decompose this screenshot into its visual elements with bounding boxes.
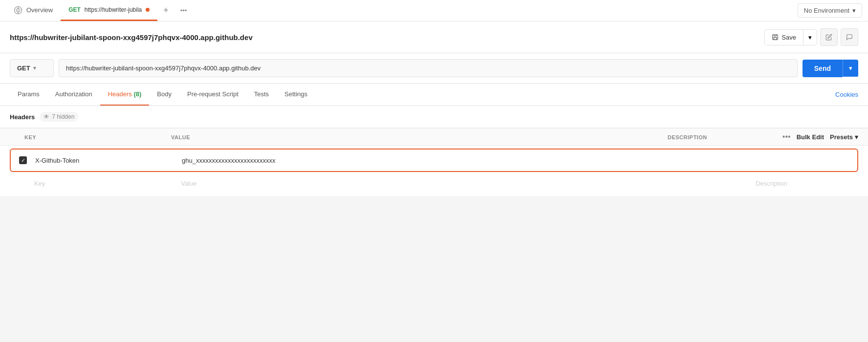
method-selector[interactable]: GET ▾ xyxy=(10,59,54,77)
cookies-link[interactable]: Cookies xyxy=(835,84,858,105)
header-row-2: Key Value Description xyxy=(10,174,858,193)
actions-column-header: ••• Bulk Edit Presets ▾ xyxy=(770,132,868,141)
row-1-value-value: ghu_xxxxxxxxxxxxxxxxxxxxxxxxx xyxy=(182,157,275,164)
header-row-1: X-Github-Token ghu_xxxxxxxxxxxxxxxxxxxxx… xyxy=(10,149,858,172)
key-column-header: KEY xyxy=(24,133,166,141)
url-bar-container: https://hubwriter-jubilant-spoon-xxg4597… xyxy=(0,21,868,53)
send-button[interactable]: Send xyxy=(803,60,843,77)
row-2-check-cell xyxy=(10,177,34,191)
presets-button[interactable]: Presets ▾ xyxy=(830,133,858,141)
tab-request-active[interactable]: GET https://hubwriter-jubila xyxy=(61,0,157,21)
send-arrow-button[interactable]: ▾ xyxy=(843,60,858,77)
row-1-desc-cell[interactable] xyxy=(750,154,857,166)
save-arrow-icon: ▾ xyxy=(808,34,812,41)
environment-selector[interactable]: No Environment ▾ xyxy=(798,3,862,18)
save-icon xyxy=(772,34,779,41)
overview-label: Overview xyxy=(26,6,53,14)
tab-tests[interactable]: Tests xyxy=(246,84,277,106)
header-row-1-container: X-Github-Token ghu_xxxxxxxxxxxxxxxxxxxxx… xyxy=(0,146,868,173)
row-1-checkbox[interactable] xyxy=(19,156,27,164)
tab-overview[interactable]: Overview xyxy=(6,0,61,21)
env-arrow-icon: ▾ xyxy=(852,7,856,14)
request-url-input[interactable] xyxy=(59,59,798,77)
content-area xyxy=(0,196,868,245)
hidden-eye-icon: 👁 xyxy=(43,113,49,120)
column-more-icon[interactable]: ••• xyxy=(782,132,791,141)
method-arrow-icon: ▾ xyxy=(33,65,36,71)
headers-label-row: Headers 👁 7 hidden xyxy=(0,106,868,128)
add-tab-button[interactable]: + xyxy=(157,0,174,21)
save-dropdown-button[interactable]: ▾ xyxy=(803,30,817,45)
tab-params[interactable]: Params xyxy=(10,84,47,106)
comments-icon xyxy=(846,34,853,41)
tabs-list: Params Authorization Headers (8) Body Pr… xyxy=(10,84,315,106)
request-tabs: Params Authorization Headers (8) Body Pr… xyxy=(0,84,868,106)
headers-section: Headers 👁 7 hidden KEY VALUE DESCRIPTION… xyxy=(0,106,868,196)
request-method-label: GET xyxy=(68,6,81,13)
row-1-check-cell xyxy=(11,150,35,171)
row-1-key-value: X-Github-Token xyxy=(35,157,79,164)
row-2-key-placeholder: Key xyxy=(34,180,45,187)
bulk-edit-button[interactable]: Bulk Edit xyxy=(797,133,824,141)
send-arrow-icon: ▾ xyxy=(849,64,852,72)
env-label: No Environment xyxy=(804,7,849,14)
tab-settings[interactable]: Settings xyxy=(277,84,315,106)
url-bar-actions: Save ▾ xyxy=(764,28,858,46)
row-2-value-placeholder: Value xyxy=(181,180,196,187)
row-2-key-cell[interactable]: Key xyxy=(34,174,176,193)
tab-body[interactable]: Body xyxy=(149,84,179,106)
tab-bar: Overview GET https://hubwriter-jubila + … xyxy=(0,0,868,21)
request-title: https://hubwriter-jubilant-spoon-xxg4597… xyxy=(10,33,253,42)
row-1-key-cell[interactable]: X-Github-Token xyxy=(35,151,177,170)
save-label: Save xyxy=(781,34,796,41)
tab-headers[interactable]: Headers (8) xyxy=(100,84,150,106)
row-2-desc-placeholder: Description xyxy=(756,180,787,187)
tab-authorization[interactable]: Authorization xyxy=(47,84,100,106)
hidden-headers-badge: 👁 7 hidden xyxy=(40,112,78,122)
method-value: GET xyxy=(17,64,30,72)
comments-button[interactable] xyxy=(841,28,858,46)
request-url-short: https://hubwriter-jubila xyxy=(85,6,142,13)
edit-icon xyxy=(825,34,832,41)
value-column-header: VALUE xyxy=(166,133,663,141)
headers-count: (8) xyxy=(133,90,141,98)
description-column-header: DESCRIPTION xyxy=(663,133,770,141)
tab-pre-request[interactable]: Pre-request Script xyxy=(179,84,246,106)
row-2-value-cell[interactable]: Value xyxy=(176,174,751,193)
presets-arrow-icon: ▾ xyxy=(855,133,858,141)
row-2-desc-cell[interactable]: Description xyxy=(751,174,858,193)
hidden-count: 7 hidden xyxy=(52,113,74,120)
postman-logo-icon xyxy=(14,6,22,15)
header-row-2-container: Key Value Description xyxy=(0,173,868,196)
save-button[interactable]: Save xyxy=(765,30,803,45)
request-bar: GET ▾ Send ▾ xyxy=(0,53,868,84)
tab-bar-right: No Environment ▾ xyxy=(798,0,862,21)
headers-section-label: Headers xyxy=(10,113,35,121)
more-tabs-button[interactable]: ••• xyxy=(174,0,193,21)
send-button-group: Send ▾ xyxy=(803,60,858,77)
unsaved-dot xyxy=(146,8,150,12)
row-1-value-cell[interactable]: ghu_xxxxxxxxxxxxxxxxxxxxxxxxx xyxy=(177,151,750,170)
edit-button[interactable] xyxy=(820,28,838,46)
